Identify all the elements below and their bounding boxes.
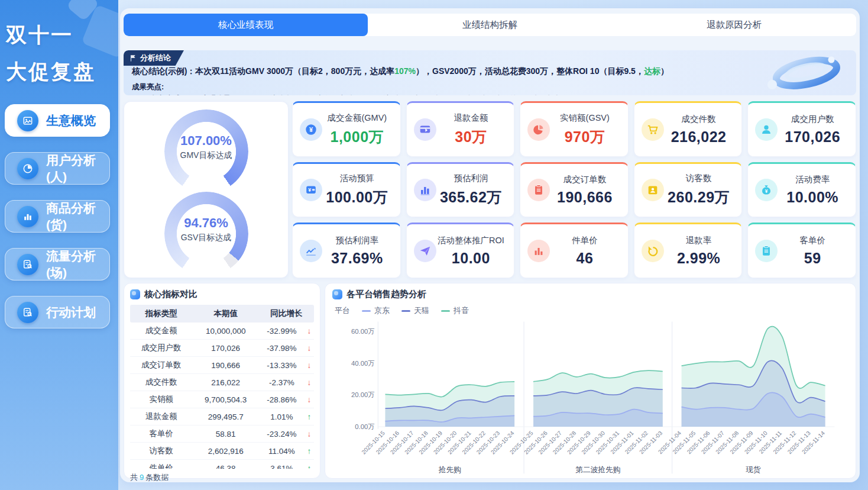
kpi-value: 2.99%: [664, 250, 734, 267]
cart-icon: [642, 118, 664, 141]
table-footer: 共9条数据: [130, 472, 314, 483]
kpi-card-0: ¥ 成交金额(GMV) 1,000万: [292, 101, 401, 157]
kpi-card-11: 活动整体推广ROI 10.00: [406, 223, 515, 278]
y-tick: 40.00万: [351, 360, 375, 367]
clipboard-icon: [755, 240, 778, 262]
sidebar-item-1[interactable]: 用户分析(人): [5, 152, 110, 185]
conclusion-badge: 分析结论: [124, 50, 184, 66]
kpi-value: 216,022: [664, 128, 734, 146]
tab-1[interactable]: 业绩结构拆解: [368, 14, 612, 36]
order-clipboard-icon: [527, 179, 550, 201]
unit-price-bars-icon: [527, 240, 550, 262]
kpi-card-8: 访客数 260.29万: [634, 162, 743, 218]
flag-icon: [129, 54, 137, 62]
undo-icon: [642, 240, 664, 262]
metric-name: 成交用户数: [130, 343, 193, 353]
metric-value: 46.38: [193, 464, 259, 469]
gauge-value: 107.00%: [164, 133, 248, 149]
y-tick: 60.00万: [351, 328, 375, 335]
y-tick: 20.00万: [351, 391, 375, 398]
legend-item-京东[interactable]: 京东: [362, 305, 390, 316]
section-label: 现货: [746, 465, 761, 474]
product-analysis-icon: [17, 206, 38, 227]
metric-growth: -13.33%: [259, 361, 305, 370]
user-analysis-icon: [17, 158, 38, 179]
sidebar: 双十一 大促复盘 生意概览 用户分析(人) 商品分析(货) 流量分析(场) 行动…: [0, 0, 118, 490]
section-label: 第二波抢先购: [575, 465, 620, 474]
metric-growth: -23.24%: [259, 430, 305, 439]
platform-trend-panel: 各平台销售趋势分析 平台 京东 天猫 抖音 0.00万20.00万40.00万6…: [325, 283, 856, 479]
visitor-badge-icon: [642, 179, 664, 201]
kpi-card-3: 成交件数 216,022: [634, 101, 743, 157]
kpi-value: 10.00: [436, 250, 506, 267]
tab-bar: 核心业绩表现 业绩结构拆解 退款原因分析: [124, 14, 856, 36]
analysis-conclusion-banner: 分析结论 核心结论(示例)：本次双11活动GMV 3000万（目标2，800万元…: [124, 50, 856, 95]
kpi-label: 成交件数: [664, 114, 734, 125]
gauge-0: 107.00% GMV目标达成: [164, 109, 248, 188]
paper-plane-icon: [414, 240, 436, 262]
bar-chart-icon: [414, 179, 436, 201]
svg-text:¥: ¥: [308, 188, 311, 194]
panel-title-icon: [332, 289, 342, 299]
metric-value: 58.81: [193, 430, 259, 439]
kpi-label: 成交用户数: [778, 114, 847, 125]
gauge-label: GSV目标达成: [164, 233, 248, 243]
chart-legend: 平台 京东 天猫 抖音: [335, 305, 848, 316]
arrow-down-icon: ↓: [305, 430, 314, 439]
kpi-value: 10.00%: [778, 189, 847, 206]
kpi-value: 365.62万: [436, 188, 506, 207]
refund-card-icon: [414, 118, 436, 141]
arrow-up-icon: ↑: [305, 412, 314, 421]
sidebar-nav: 生意概览 用户分析(人) 商品分析(货) 流量分析(场) 行动计划: [0, 104, 118, 328]
metric-value: 10,000,000: [193, 327, 259, 336]
kpi-value: 970万: [550, 127, 620, 147]
table-row: 成交用户数 170,026 -37.98%↓: [130, 340, 314, 357]
core-metrics-title: 核心指标对比: [130, 289, 314, 300]
kpi-label: 预估利润率: [322, 235, 392, 246]
arrow-down-icon: ↓: [305, 395, 314, 404]
sidebar-item-3[interactable]: 流量分析(场): [5, 248, 110, 281]
table-body[interactable]: 成交金额 10,000,000 -32.99%↓ 成交用户数 170,026 -…: [130, 323, 314, 469]
ring-decoration: [760, 55, 849, 94]
money-bag-icon: ¥: [755, 179, 778, 201]
metric-name: 实销额: [130, 394, 193, 405]
kpi-card-12: 件单价 46: [520, 223, 629, 278]
metric-value: 9,700,504.3: [193, 395, 259, 404]
sidebar-item-label: 流量分析(场): [46, 248, 109, 281]
pie-chart-icon: [527, 118, 550, 141]
kpi-grid: ¥ 成交金额(GMV) 1,000万 退款金额 30万 实销额(GSV) 970…: [292, 101, 856, 278]
table-header: 指标类型本期值同比增长: [130, 305, 314, 323]
kpi-value: 260.29万: [664, 188, 734, 207]
target-met-highlight: 达标: [644, 66, 660, 76]
metric-growth: -37.98%: [259, 344, 305, 353]
sidebar-item-2[interactable]: 商品分析(货): [5, 200, 110, 233]
metric-growth: 11.04%: [259, 447, 305, 456]
kpi-value: 46: [550, 250, 620, 267]
table-row: 客单价 58.81 -23.24%↓: [130, 425, 314, 443]
table-row: 成交订单数 190,666 -13.33%↓: [130, 357, 314, 374]
metric-value: 2,602,916: [193, 447, 259, 456]
trend-chart: 0.00万20.00万40.00万60.00万2025-10-152025-10…: [332, 317, 848, 477]
arrow-down-icon: ↓: [305, 327, 314, 336]
legend-item-天猫[interactable]: 天猫: [401, 305, 429, 316]
legend-dash-icon: [362, 310, 371, 312]
tab-0[interactable]: 核心业绩表现: [124, 14, 368, 36]
column-header: 本期值: [193, 308, 259, 319]
kpi-label: 成交金额(GMV): [322, 112, 392, 124]
sidebar-item-0[interactable]: 生意概览: [5, 104, 110, 137]
legend-item-抖音[interactable]: 抖音: [441, 305, 469, 316]
tab-2[interactable]: 退款原因分析: [612, 14, 856, 36]
arrow-down-icon: ↓: [305, 378, 314, 387]
table-row: 成交金额 10,000,000 -32.99%↓: [130, 323, 314, 340]
kpi-card-6: 预估利润 365.62万: [406, 162, 515, 218]
kpi-card-1: 退款金额 30万: [406, 101, 515, 157]
metric-value: 170,026: [193, 344, 259, 353]
sidebar-item-4[interactable]: 行动计划: [5, 296, 110, 328]
metric-name: 退款金额: [130, 411, 193, 422]
kpi-card-7: 成交订单数 190,666: [520, 162, 629, 218]
row-count: 9: [138, 473, 145, 482]
core-metrics-panel: 核心指标对比 指标类型本期值同比增长 成交金额 10,000,000 -32.9…: [124, 283, 320, 479]
metric-name: 成交金额: [130, 325, 193, 336]
kpi-value: 59: [778, 250, 847, 267]
kpi-value: 1,000万: [322, 127, 392, 147]
